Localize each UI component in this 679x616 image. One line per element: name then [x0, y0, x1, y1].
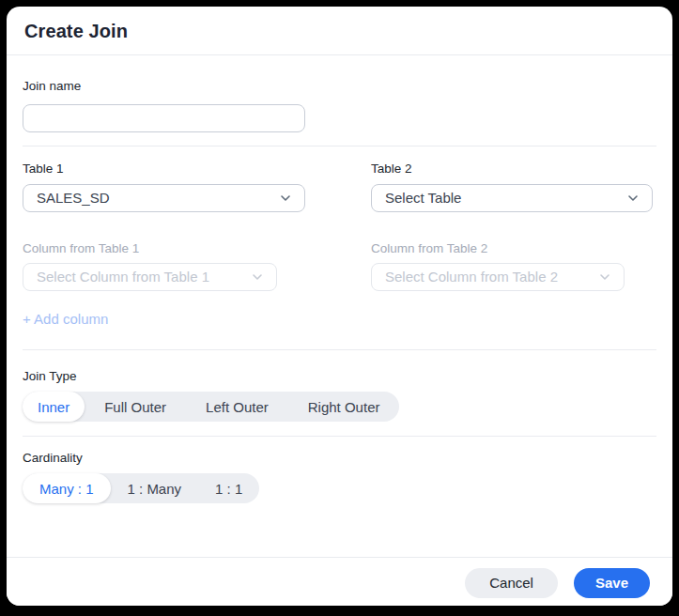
join-type-option-inner[interactable]: Inner: [23, 392, 85, 422]
dialog-header: Create Join: [7, 7, 672, 55]
column1-select-placeholder: Select Column from Table 1: [37, 270, 209, 285]
column2-label: Column from Table 2: [371, 212, 653, 255]
join-type-label: Join Type: [23, 350, 656, 383]
table2-label: Table 2: [371, 146, 653, 176]
column1-label: Column from Table 1: [23, 212, 305, 255]
tables-section: Table 1 Table 2 SALES_SD Select Table Co…: [23, 146, 656, 350]
join-type-option-full-outer[interactable]: Full Outer: [85, 392, 186, 422]
chevron-down-icon: [598, 270, 611, 284]
table1-label: Table 1: [23, 146, 305, 176]
chevron-down-icon: [626, 192, 640, 205]
save-button[interactable]: Save: [574, 568, 650, 598]
table1-select[interactable]: SALES_SD: [23, 184, 305, 212]
cardinality-option-1-many[interactable]: 1 : Many: [111, 473, 199, 503]
column2-select[interactable]: Select Column from Table 2: [371, 263, 625, 291]
chevron-down-icon: [251, 270, 264, 284]
chevron-down-icon: [279, 192, 292, 205]
table2-select[interactable]: Select Table: [371, 184, 653, 212]
cardinality-section: Cardinality Many : 1 1 : Many 1 : 1: [23, 437, 656, 503]
cardinality-label: Cardinality: [23, 437, 656, 465]
add-column-link[interactable]: + Add column: [23, 311, 108, 327]
cardinality-option-many-1[interactable]: Many : 1: [23, 473, 111, 503]
join-type-section: Join Type Inner Full Outer Left Outer Ri…: [23, 350, 656, 437]
cancel-button[interactable]: Cancel: [465, 568, 558, 598]
join-name-input[interactable]: [23, 104, 305, 132]
join-name-section: Join name: [23, 55, 656, 146]
dialog-title: Create Join: [24, 21, 655, 42]
join-type-option-left-outer[interactable]: Left Outer: [186, 392, 288, 422]
column1-select[interactable]: Select Column from Table 1: [23, 263, 277, 291]
dialog-footer: Cancel Save: [7, 557, 672, 606]
cardinality-segmented-control: Many : 1 1 : Many 1 : 1: [23, 473, 259, 503]
table1-select-value: SALES_SD: [37, 191, 110, 206]
create-join-dialog: Create Join Join name Table 1 Table 2 SA…: [7, 7, 672, 606]
join-type-option-right-outer[interactable]: Right Outer: [288, 392, 400, 422]
cardinality-option-1-1[interactable]: 1 : 1: [198, 473, 259, 503]
join-type-segmented-control: Inner Full Outer Left Outer Right Outer: [23, 392, 399, 422]
dialog-body: Join name Table 1 Table 2 SALES_SD Selec…: [7, 55, 672, 503]
join-name-label: Join name: [23, 55, 656, 93]
table2-select-value: Select Table: [385, 191, 461, 206]
column2-select-placeholder: Select Column from Table 2: [385, 270, 558, 285]
